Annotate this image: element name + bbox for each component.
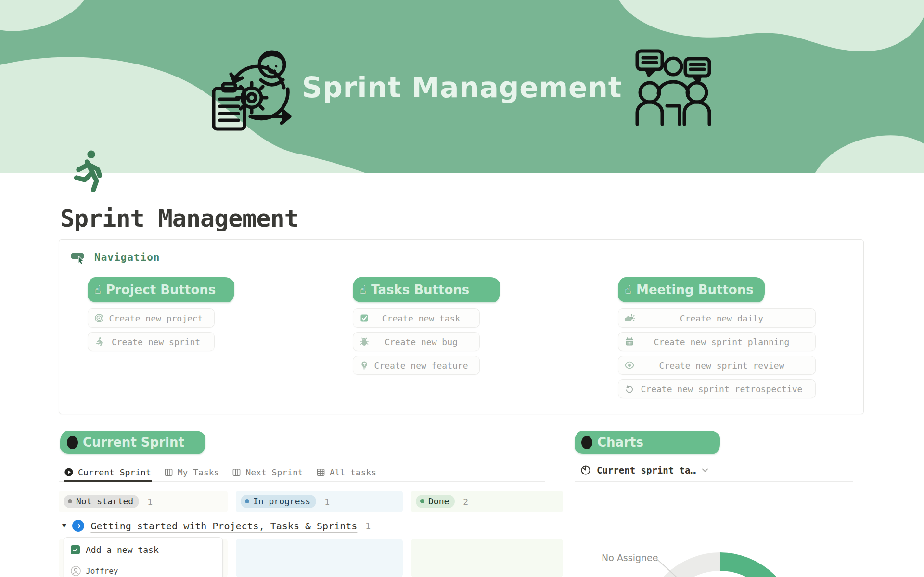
active-tab-underline bbox=[64, 480, 152, 482]
tab-my-tasks[interactable]: My Tasks bbox=[164, 463, 219, 481]
group-count: 1 bbox=[365, 521, 371, 531]
arrow-circle-icon bbox=[72, 520, 84, 532]
board-group-row[interactable]: ▼ Getting started with Projects, Tasks &… bbox=[62, 520, 371, 532]
pie-chart-icon bbox=[580, 465, 591, 475]
tab-next-sprint[interactable]: Next Sprint bbox=[232, 463, 303, 481]
meeting-icon bbox=[635, 48, 711, 126]
column-count: 1 bbox=[324, 497, 330, 507]
column-not-started[interactable]: Not started 1 bbox=[59, 491, 228, 512]
task-card[interactable]: Add a new task Joffrey bbox=[64, 537, 223, 577]
group-pill-label: Meeting Buttons bbox=[636, 282, 754, 297]
banner-title: Sprint Management bbox=[298, 68, 626, 107]
sprint-cycle-icon bbox=[207, 43, 308, 135]
tab-all-tasks[interactable]: All tasks bbox=[316, 463, 377, 481]
column-done[interactable]: Done 2 bbox=[411, 491, 563, 512]
section-pill-label: Current Sprint bbox=[83, 435, 184, 449]
hand-pointer-icon: ☝ bbox=[359, 283, 366, 296]
black-circle-icon bbox=[581, 436, 592, 449]
hand-pointer-icon: ☝ bbox=[94, 283, 101, 296]
tab-label: Next Sprint bbox=[245, 467, 303, 477]
assignee-name: Joffrey bbox=[86, 566, 118, 576]
sprint-management-page: Sprint Management Sprint Management bbox=[0, 0, 924, 577]
caret-down-icon[interactable]: ▼ bbox=[62, 523, 66, 529]
column-count: 2 bbox=[463, 497, 468, 507]
create-new-bug-button[interactable]: Create new bug bbox=[353, 332, 480, 351]
create-new-sprint-planning-button[interactable]: Create new sprint planning bbox=[618, 332, 816, 351]
table-icon bbox=[316, 468, 325, 477]
create-button-label: Create new daily bbox=[635, 313, 815, 323]
board-tabs: Current Sprint My Tasks Next Sprint All … bbox=[59, 463, 545, 482]
play-circle-icon bbox=[64, 467, 74, 477]
create-button-label: Create new task bbox=[370, 313, 479, 323]
charts-section-pill[interactable]: Charts bbox=[575, 431, 720, 454]
donut-segment-label: No Assignee bbox=[602, 552, 658, 563]
create-new-sprint-review-button[interactable]: Create new sprint review bbox=[618, 356, 816, 375]
chart-view-label: Current sprint ta… bbox=[597, 465, 696, 475]
target-icon bbox=[94, 313, 104, 323]
cover-banner: Sprint Management bbox=[0, 0, 924, 173]
black-circle-icon bbox=[67, 436, 78, 449]
navigation-card: Navigation ☝ Project Buttons ☝ Tasks But… bbox=[59, 239, 864, 414]
column-count: 1 bbox=[147, 497, 153, 507]
checkbox-icon bbox=[359, 313, 370, 323]
cursor-click-icon bbox=[70, 251, 87, 264]
create-button-label: Create new sprint review bbox=[635, 360, 815, 371]
charts-divider bbox=[575, 481, 853, 482]
task-card-title-row: Add a new task bbox=[71, 545, 216, 555]
create-button-label: Create new project bbox=[104, 313, 214, 323]
status-dot-icon bbox=[68, 499, 72, 503]
create-new-daily-button[interactable]: Create new daily bbox=[618, 308, 816, 328]
status-badge: Done bbox=[416, 495, 455, 508]
board-icon bbox=[164, 468, 173, 477]
navigation-label: Navigation bbox=[94, 252, 160, 263]
task-card-assignee-row: Joffrey bbox=[71, 566, 216, 576]
create-new-feature-button[interactable]: Create new feature bbox=[353, 356, 480, 375]
tab-label: Current Sprint bbox=[78, 467, 151, 477]
task-title[interactable]: Add a new task bbox=[86, 545, 159, 555]
page-title: Sprint Management bbox=[60, 205, 298, 232]
column-in-progress[interactable]: In progress 1 bbox=[236, 491, 403, 512]
meeting-buttons-pill[interactable]: ☝ Meeting Buttons bbox=[618, 277, 765, 302]
tab-label: All tasks bbox=[330, 467, 377, 477]
hand-pointer-icon: ☝ bbox=[625, 283, 631, 296]
create-button-label: Create new feature bbox=[370, 360, 479, 371]
avatar bbox=[71, 566, 81, 576]
chart-view-selector[interactable]: Current sprint ta… bbox=[580, 465, 708, 475]
create-button-label: Create new sprint planning bbox=[635, 337, 815, 347]
status-badge: In progress bbox=[241, 495, 316, 508]
tab-current-sprint[interactable]: Current Sprint bbox=[64, 463, 151, 481]
project-buttons-pill[interactable]: ☝ Project Buttons bbox=[88, 277, 234, 302]
eye-icon bbox=[624, 360, 635, 371]
create-button-label: Create new sprint retrospective bbox=[635, 384, 815, 394]
board-icon bbox=[232, 468, 241, 477]
bug-icon bbox=[359, 336, 370, 347]
create-button-label: Create new bug bbox=[370, 337, 479, 347]
navigation-header: Navigation bbox=[70, 251, 160, 264]
status-dot-icon bbox=[245, 499, 249, 503]
create-new-project-button[interactable]: Create new project bbox=[88, 308, 215, 328]
group-title-link[interactable]: Getting started with Projects, Tasks & S… bbox=[90, 520, 357, 532]
card-area-done bbox=[411, 539, 563, 577]
runner-icon bbox=[94, 336, 104, 347]
chevron-down-icon bbox=[702, 468, 708, 473]
tasks-buttons-pill[interactable]: ☝ Tasks Buttons bbox=[353, 277, 500, 302]
status-label: In progress bbox=[253, 496, 310, 506]
create-new-sprint-retrospective-button[interactable]: Create new sprint retrospective bbox=[618, 379, 816, 398]
tab-label: My Tasks bbox=[178, 467, 219, 477]
status-label: Not started bbox=[76, 496, 133, 506]
create-new-sprint-button[interactable]: Create new sprint bbox=[88, 332, 215, 351]
create-new-task-button[interactable]: Create new task bbox=[353, 308, 480, 328]
group-pill-label: Project Buttons bbox=[106, 282, 216, 297]
sun-cloud-icon bbox=[624, 313, 635, 323]
undo-icon bbox=[624, 384, 635, 394]
status-dot-icon bbox=[420, 499, 424, 503]
create-button-label: Create new sprint bbox=[104, 337, 214, 347]
checkbox-checked-icon[interactable] bbox=[71, 545, 80, 554]
lightbulb-icon bbox=[359, 360, 370, 371]
current-sprint-section-pill[interactable]: Current Sprint bbox=[60, 431, 205, 454]
section-pill-label: Charts bbox=[597, 435, 643, 449]
runner-icon bbox=[72, 150, 104, 192]
card-area-in-progress bbox=[236, 539, 403, 577]
status-label: Done bbox=[428, 496, 449, 506]
group-pill-label: Tasks Buttons bbox=[371, 282, 469, 297]
